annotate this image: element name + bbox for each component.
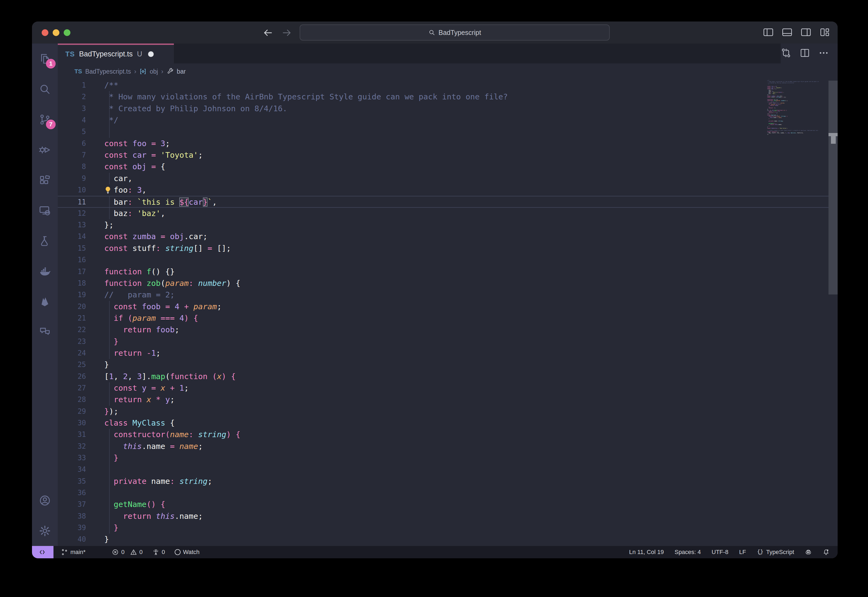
code-line[interactable]: 29}); <box>58 406 838 417</box>
activity-docker-icon[interactable] <box>32 256 58 287</box>
more-actions-icon[interactable] <box>818 48 829 59</box>
code-line[interactable]: 24 return -1; <box>58 348 838 359</box>
code-line[interactable]: 36 <box>58 487 838 499</box>
activity-accounts-icon[interactable] <box>32 485 58 515</box>
code-line[interactable]: 26[1, 2, 3].map(function (x) { <box>58 371 838 382</box>
code-line[interactable]: 33 } <box>58 452 838 464</box>
activity-extensions-icon[interactable] <box>32 165 58 195</box>
status-ln-11-col-19[interactable]: Ln 11, Col 19 <box>629 549 664 555</box>
code-line[interactable]: 18function zob(param: number) { <box>58 278 838 289</box>
code-line[interactable]: 10 foo: 3, <box>58 184 838 196</box>
line-number: 11 <box>58 196 86 208</box>
breadcrumb-bar[interactable]: bar <box>177 68 186 75</box>
code-line[interactable]: 32 this.name = name; <box>58 441 838 452</box>
activity-firebase-icon[interactable] <box>32 287 58 317</box>
status-branch[interactable]: main* <box>61 549 85 555</box>
code-line[interactable]: 7const car = 'Toyota'; <box>58 149 838 161</box>
toggle-panel-right-icon[interactable] <box>800 26 812 39</box>
activity-run-debug-icon[interactable] <box>32 135 58 165</box>
code-editor[interactable]: 1/**2 * How many violations of the AirBn… <box>58 80 838 546</box>
status-tower[interactable]: 0 <box>152 549 165 555</box>
code-line[interactable]: 39 } <box>58 522 838 533</box>
breadcrumb-obj[interactable]: obj <box>150 68 158 75</box>
status-warning[interactable]: 0 <box>130 549 143 555</box>
code-line[interactable]: 28 return x * y; <box>58 394 838 405</box>
unsaved-dot-icon[interactable] <box>148 51 154 57</box>
code-line[interactable]: 19// param = 2; <box>58 289 838 301</box>
status-bell[interactable] <box>823 549 829 555</box>
status-utf-8[interactable]: UTF-8 <box>712 549 728 555</box>
minimap-line: }; <box>767 134 819 135</box>
tab-badtypescript[interactable]: TS BadTypescript.ts U <box>58 43 174 64</box>
code-line[interactable]: 31 constructor(name: string) { <box>58 429 838 440</box>
code-line[interactable]: 4 */ <box>58 114 838 126</box>
status-copilot[interactable] <box>805 549 812 555</box>
status-sync[interactable] <box>95 549 102 555</box>
code-line[interactable]: 2 * How many violations of the AirBnb Ty… <box>58 91 838 102</box>
back-icon[interactable] <box>262 27 274 39</box>
code-line[interactable]: 1/** <box>58 80 838 91</box>
status-error[interactable]: 0 <box>112 549 125 555</box>
code-line[interactable]: 21 if (param === 4) { <box>58 312 838 324</box>
line-number: 3 <box>58 103 86 114</box>
activity-chat-icon[interactable] <box>32 317 58 347</box>
code-line[interactable]: 27 const y = x + 1; <box>58 382 838 394</box>
line-number: 23 <box>58 336 86 348</box>
code-line[interactable]: 13}; <box>58 219 838 231</box>
status-braces[interactable]: {}×TypeScript <box>757 549 794 555</box>
remote-indicator[interactable] <box>32 546 54 558</box>
status-bar: main*000Watch Ln 11, Col 19Spaces: 4UTF-… <box>32 546 838 558</box>
code-line-current[interactable]: 11 bar: `this is ${car}`, <box>58 196 838 208</box>
close-button[interactable] <box>42 29 48 36</box>
code-line[interactable]: 6const foo = 3; <box>58 138 838 149</box>
zoom-button[interactable] <box>64 29 70 36</box>
code-line[interactable]: 35 private name: string; <box>58 475 838 487</box>
status-lf[interactable]: LF <box>739 549 746 555</box>
forward-icon[interactable] <box>281 27 293 39</box>
activity-remote-explorer-icon[interactable] <box>32 195 58 226</box>
activity-explorer-icon[interactable]: 1 <box>32 43 58 74</box>
code-line[interactable]: 37 getName() { <box>58 499 838 510</box>
code-line[interactable]: 40} <box>58 533 838 545</box>
code-line[interactable]: 30class MyClass { <box>58 417 838 429</box>
toggle-panel-bottom-icon[interactable] <box>781 26 793 39</box>
code-line[interactable]: 38 return this.name; <box>58 511 838 522</box>
code-line[interactable]: 25} <box>58 359 838 370</box>
activity-source-control-icon[interactable]: 7 <box>32 104 58 135</box>
status-spaces-4[interactable]: Spaces: 4 <box>675 549 701 555</box>
code-line[interactable]: 8const obj = { <box>58 161 838 172</box>
open-changes-icon[interactable] <box>781 48 791 59</box>
status-label: Watch <box>183 549 200 555</box>
tab-strip-empty <box>174 43 781 64</box>
line-number: 4 <box>58 114 86 126</box>
customize-layout-icon[interactable] <box>819 26 831 39</box>
code-line[interactable]: 16 <box>58 254 838 266</box>
code-line[interactable]: 14const zumba = obj.car; <box>58 231 838 242</box>
minimize-button[interactable] <box>53 29 59 36</box>
code-line[interactable]: 34 <box>58 464 838 475</box>
line-number: 36 <box>58 487 86 499</box>
title-bar: BadTypescript <box>32 21 838 43</box>
line-number: 40 <box>58 533 86 545</box>
line-number: 30 <box>58 417 86 429</box>
minimap[interactable]: /** * How many violations of the AirBnb … <box>767 80 819 135</box>
code-line[interactable]: 17function f() {} <box>58 266 838 278</box>
activity-testing-icon[interactable] <box>32 226 58 256</box>
code-line[interactable]: 12 baz: 'baz', <box>58 208 838 219</box>
code-line[interactable]: 9 car, <box>58 173 838 184</box>
activity-settings-icon[interactable] <box>32 515 58 546</box>
code-line[interactable]: 3 * Created by Philip Johnson on 8/4/16. <box>58 103 838 114</box>
line-number: 7 <box>58 149 86 161</box>
split-editor-icon[interactable] <box>800 48 810 59</box>
code-line[interactable]: 15const stuff: string[] = []; <box>58 243 838 254</box>
status-watch[interactable]: Watch <box>175 549 200 555</box>
activity-search-icon[interactable] <box>32 74 58 104</box>
breadcrumb-file[interactable]: BadTypescript.ts <box>85 68 131 75</box>
code-line[interactable]: 22 return foob; <box>58 324 838 336</box>
command-center-search[interactable]: BadTypescript <box>300 24 610 40</box>
toggle-panel-left-icon[interactable] <box>762 26 774 39</box>
vertical-scrollbar[interactable] <box>828 80 838 294</box>
code-line[interactable]: 5 <box>58 126 838 138</box>
code-line[interactable]: 23 } <box>58 336 838 348</box>
code-line[interactable]: 20 const foob = 4 + param; <box>58 301 838 312</box>
